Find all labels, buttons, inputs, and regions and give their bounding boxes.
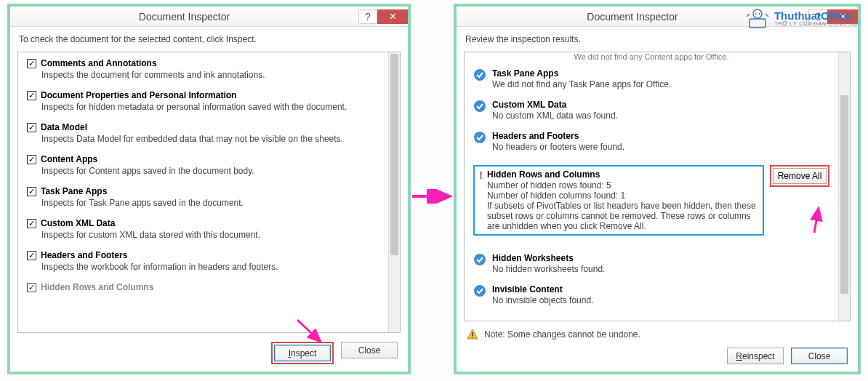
svg-point-4 xyxy=(474,132,486,143)
result-label: Task Pane Apps xyxy=(492,68,829,79)
category-label: Custom XML Data xyxy=(41,218,115,228)
titlebar[interactable]: Document Inspector ? ✕ xyxy=(457,7,858,27)
checkbox[interactable]: ✓ xyxy=(27,91,36,100)
result-label: Custom XML Data xyxy=(492,100,829,110)
result-description: Number of hidden rows found: 5Number of … xyxy=(487,180,758,231)
inspect-category: ✓Headers and FootersInspects the workboo… xyxy=(27,250,379,272)
result-label: Hidden Worksheets xyxy=(492,253,829,263)
content-scrollpane: ✓Comments and AnnotationsInspects the do… xyxy=(17,52,401,333)
inspect-category: ✓Document Properties and Personal Inform… xyxy=(27,90,379,112)
category-description: Inspects for hidden metadata or personal… xyxy=(41,102,379,112)
category-label: Task Pane Apps xyxy=(41,186,107,196)
checkbox[interactable]: ✓ xyxy=(27,123,36,132)
result-label: Hidden Rows and Columns xyxy=(487,169,758,180)
note-row: Note: Some changes cannot be undone. xyxy=(457,326,858,343)
check-ok-icon xyxy=(473,131,486,144)
check-ok-icon xyxy=(473,100,486,113)
result-item: !Hidden Rows and ColumnsNumber of hidden… xyxy=(473,162,829,243)
inspect-button[interactable]: Inspect xyxy=(274,345,331,361)
category-label: Comments and Annotations xyxy=(41,58,157,68)
instruction-text: To check the document for the selected c… xyxy=(10,27,408,49)
close-button[interactable]: Close xyxy=(791,348,848,364)
results-scrollpane: We did not find any Content apps for Off… xyxy=(464,52,851,321)
svg-point-6 xyxy=(474,285,486,297)
category-label: Headers and Footers xyxy=(41,250,127,260)
result-item: Custom XML DataNo custom XML data was fo… xyxy=(473,100,829,121)
close-icon[interactable]: ✕ xyxy=(827,9,858,24)
warning-icon xyxy=(467,329,478,340)
category-description: Inspects for Content apps saved in the d… xyxy=(41,166,379,176)
titlebar[interactable]: Document Inspector ? ✕ xyxy=(10,7,408,27)
help-button[interactable]: ? xyxy=(808,9,827,24)
result-description: No headers or footers were found. xyxy=(492,142,829,152)
category-description: Inspects Data Model for embedded data th… xyxy=(41,134,379,144)
result-item: Headers and FootersNo headers or footers… xyxy=(473,131,829,152)
category-label: Content Apps xyxy=(41,154,97,164)
inspect-category: ✓Custom XML DataInspects for custom XML … xyxy=(27,218,379,240)
magenta-arrow-between xyxy=(411,189,454,204)
result-description: We did not find any Task Pane apps for O… xyxy=(492,79,829,89)
check-ok-icon xyxy=(473,68,486,81)
close-button[interactable]: Close xyxy=(341,342,398,358)
remove-all-button[interactable]: Remove All xyxy=(773,168,827,184)
category-label: Document Properties and Personal Informa… xyxy=(41,90,236,100)
svg-point-5 xyxy=(474,254,486,265)
result-description: No hidden worksheets found. xyxy=(492,264,829,274)
instruction-text: Review the inspection results. xyxy=(457,27,858,49)
inspect-category: ✓Task Pane AppsInspects for Task Pane ap… xyxy=(27,186,379,208)
warning-icon: ! xyxy=(479,169,483,180)
checkbox[interactable]: ✓ xyxy=(27,251,36,260)
svg-rect-8 xyxy=(472,337,473,338)
checkbox[interactable]: ✓ xyxy=(27,283,36,292)
help-button[interactable]: ? xyxy=(358,9,377,24)
inspect-category: ✓Content AppsInspects for Content apps s… xyxy=(27,154,379,176)
category-description: Inspects the document for comments and i… xyxy=(41,70,379,80)
checkbox[interactable]: ✓ xyxy=(27,187,36,196)
check-ok-icon xyxy=(473,284,486,297)
inspect-category: ✓Comments and AnnotationsInspects the do… xyxy=(27,58,379,80)
check-ok-icon xyxy=(473,253,486,266)
truncated-line: We did not find any Content apps for Off… xyxy=(473,52,829,61)
category-label: Data Model xyxy=(41,122,87,132)
document-inspector-dialog-before: Document Inspector ? ✕ To check the docu… xyxy=(7,4,411,374)
close-icon[interactable]: ✕ xyxy=(377,9,408,24)
dialog-button-row: Reinspect Close xyxy=(457,343,858,372)
category-description: Inspects for custom XML data stored with… xyxy=(41,230,379,240)
result-description: No custom XML data was found. xyxy=(492,111,829,121)
result-item: Task Pane AppsWe did not find any Task P… xyxy=(473,68,829,89)
category-description: Inspects the workbook for information in… xyxy=(41,262,379,272)
highlight-remove-all: Remove All xyxy=(770,165,829,187)
reinspect-button[interactable]: Reinspect xyxy=(727,348,784,364)
svg-point-3 xyxy=(474,100,486,112)
inspect-category: ✓Data ModelInspects Data Model for embed… xyxy=(27,122,379,144)
checkbox[interactable]: ✓ xyxy=(27,219,36,228)
dialog-title: Document Inspector xyxy=(457,11,808,23)
checkbox[interactable]: ✓ xyxy=(27,59,36,68)
result-item: Invisible ContentNo invisible objects fo… xyxy=(473,284,829,305)
dialog-title: Document Inspector xyxy=(10,11,358,23)
result-label: Headers and Footers xyxy=(492,131,829,141)
highlight-inspect: Inspect xyxy=(271,342,334,364)
checkbox[interactable]: ✓ xyxy=(27,155,36,164)
result-description: No invisible objects found. xyxy=(492,295,829,305)
category-description: Inspects for Task Pane apps saved in the… xyxy=(41,198,379,208)
dialog-button-row: Inspect Close xyxy=(10,337,408,372)
inspect-category: ✓Hidden Rows and Columns xyxy=(27,282,379,292)
document-inspector-dialog-after: Document Inspector ? ✕ Review the inspec… xyxy=(454,4,861,374)
note-text: Note: Some changes cannot be undone. xyxy=(484,329,640,340)
result-label: Invisible Content xyxy=(492,284,829,294)
category-label: Hidden Rows and Columns xyxy=(41,282,153,292)
svg-point-2 xyxy=(474,69,486,81)
vertical-scrollbar[interactable] xyxy=(388,52,400,332)
result-item: Hidden WorksheetsNo hidden worksheets fo… xyxy=(473,253,829,274)
svg-rect-7 xyxy=(472,332,473,336)
vertical-scrollbar[interactable] xyxy=(838,52,850,321)
highlight-hidden-rows-cols: !Hidden Rows and ColumnsNumber of hidden… xyxy=(473,165,764,236)
